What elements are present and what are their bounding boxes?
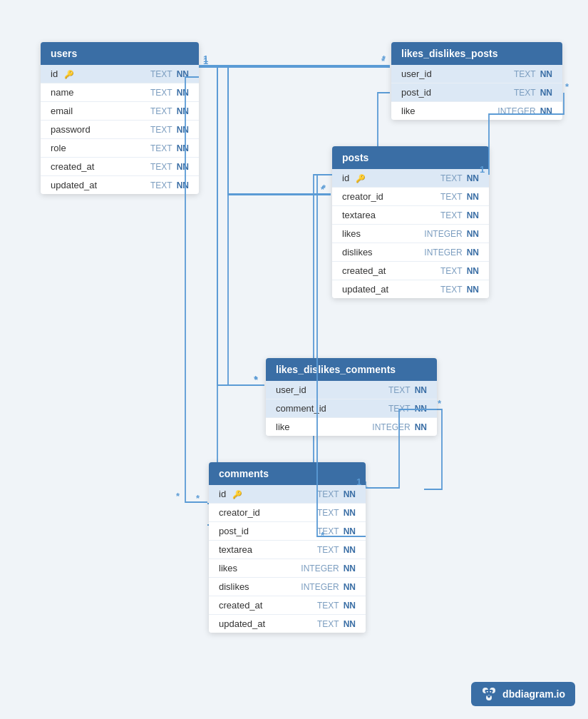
field-nn: NN bbox=[540, 88, 552, 98]
field-type: INTEGER bbox=[372, 422, 410, 432]
table-users: users id 🔑 TEXT NN name TEXT NN email TE… bbox=[41, 42, 199, 194]
table-row: updated_at TEXT NN bbox=[209, 615, 366, 633]
table-row: creator_id TEXT NN bbox=[332, 188, 489, 206]
field-name: name bbox=[51, 87, 150, 98]
table-likes-dislikes-posts-body: user_id TEXT NN post_id TEXT NN like INT… bbox=[391, 65, 562, 120]
table-likes-dislikes-comments-header: likes_dislikes_comments bbox=[266, 358, 437, 381]
field-type: INTEGER bbox=[424, 248, 462, 257]
svg-text:*: * bbox=[254, 374, 258, 384]
svg-text:*: * bbox=[381, 56, 386, 66]
field-nn: NN bbox=[344, 545, 356, 555]
field-type: INTEGER bbox=[301, 582, 339, 592]
field-name: created_at bbox=[342, 265, 440, 276]
svg-text:*: * bbox=[254, 374, 259, 385]
table-posts: posts id 🔑 TEXT NN creator_id TEXT NN te… bbox=[332, 146, 489, 298]
table-row: email TEXT NN bbox=[41, 102, 199, 121]
field-name: password bbox=[51, 124, 150, 135]
field-name: like bbox=[276, 422, 372, 432]
field-nn: NN bbox=[344, 582, 356, 592]
table-posts-title: posts bbox=[342, 152, 368, 163]
field-type: TEXT bbox=[317, 526, 339, 536]
brand-badge: dbdiagram.io bbox=[471, 682, 575, 706]
field-name: textarea bbox=[342, 210, 440, 220]
table-row: dislikes INTEGER NN bbox=[209, 578, 366, 596]
table-row: created_at TEXT NN bbox=[41, 158, 199, 176]
field-nn: NN bbox=[177, 88, 189, 98]
field-type: TEXT bbox=[317, 508, 339, 518]
field-nn: NN bbox=[177, 180, 189, 190]
svg-text:*: * bbox=[438, 398, 442, 409]
svg-text:*: * bbox=[321, 184, 325, 195]
field-name: likes bbox=[219, 563, 301, 573]
field-name: updated_at bbox=[51, 180, 150, 190]
field-type: TEXT bbox=[388, 385, 411, 395]
table-row: post_id TEXT NN bbox=[391, 83, 562, 102]
field-nn: NN bbox=[177, 125, 189, 135]
svg-text:*: * bbox=[322, 183, 326, 193]
field-nn: NN bbox=[467, 266, 479, 276]
field-type: TEXT bbox=[440, 192, 463, 202]
table-row: updated_at TEXT NN bbox=[332, 280, 489, 298]
field-nn: NN bbox=[467, 210, 479, 220]
field-type: TEXT bbox=[440, 173, 463, 183]
table-row: creator_id TEXT NN bbox=[209, 504, 366, 522]
field-nn: NN bbox=[540, 106, 552, 116]
field-nn: NN bbox=[344, 508, 356, 518]
svg-text:*: * bbox=[196, 493, 200, 504]
table-row: likes INTEGER NN bbox=[209, 559, 366, 578]
field-name: textarea bbox=[219, 544, 317, 555]
table-comments-body: id 🔑 TEXT NN creator_id TEXT NN post_id … bbox=[209, 485, 366, 633]
field-name: dislikes bbox=[342, 247, 424, 257]
field-type: INTEGER bbox=[424, 229, 462, 239]
table-row: like INTEGER NN bbox=[391, 102, 562, 120]
table-row: comment_id TEXT NN bbox=[266, 399, 437, 418]
table-row: password TEXT NN bbox=[41, 121, 199, 139]
field-type: TEXT bbox=[150, 88, 172, 98]
table-row: role TEXT NN bbox=[41, 139, 199, 158]
brand-label: dbdiagram.io bbox=[502, 688, 565, 700]
field-type: TEXT bbox=[514, 69, 536, 79]
field-name: user_id bbox=[276, 384, 388, 395]
field-nn: NN bbox=[415, 385, 427, 395]
field-nn: NN bbox=[415, 404, 427, 414]
table-posts-header: posts bbox=[332, 146, 489, 169]
field-type: TEXT bbox=[150, 143, 172, 153]
table-likes-dislikes-posts: likes_dislikes_posts user_id TEXT NN pos… bbox=[391, 42, 562, 120]
table-row: user_id TEXT NN bbox=[266, 381, 437, 399]
field-nn: NN bbox=[467, 248, 479, 257]
field-name: id 🔑 bbox=[342, 173, 440, 183]
table-row: id 🔑 TEXT NN bbox=[332, 169, 489, 188]
field-name: creator_id bbox=[219, 507, 317, 518]
table-likes-dislikes-comments-body: user_id TEXT NN comment_id TEXT NN like … bbox=[266, 381, 437, 436]
field-name: updated_at bbox=[342, 284, 440, 295]
field-type: TEXT bbox=[150, 106, 172, 116]
table-posts-body: id 🔑 TEXT NN creator_id TEXT NN textarea… bbox=[332, 169, 489, 298]
field-type: TEXT bbox=[150, 125, 172, 135]
field-name: like bbox=[401, 106, 497, 116]
table-users-header: users bbox=[41, 42, 199, 65]
field-type: INTEGER bbox=[301, 564, 339, 573]
table-likes-dislikes-posts-header: likes_dislikes_posts bbox=[391, 42, 562, 65]
table-row: likes INTEGER NN bbox=[332, 225, 489, 243]
field-nn: NN bbox=[344, 601, 356, 611]
field-type: TEXT bbox=[150, 180, 172, 190]
field-name: created_at bbox=[51, 161, 150, 172]
table-row: name TEXT NN bbox=[41, 83, 199, 102]
table-row: user_id TEXT NN bbox=[391, 65, 562, 83]
svg-text:*: * bbox=[382, 53, 386, 64]
field-type: TEXT bbox=[440, 210, 463, 220]
table-likes-dislikes-posts-title: likes_dislikes_posts bbox=[401, 48, 497, 59]
svg-text:1: 1 bbox=[203, 53, 208, 64]
field-nn: NN bbox=[467, 192, 479, 202]
field-name: updated_at bbox=[219, 618, 317, 629]
field-type: TEXT bbox=[317, 601, 339, 611]
field-name: creator_id bbox=[342, 191, 440, 202]
field-type: TEXT bbox=[317, 619, 339, 629]
field-type: TEXT bbox=[150, 162, 172, 172]
field-nn: NN bbox=[344, 619, 356, 629]
field-nn: NN bbox=[415, 422, 427, 432]
table-comments-header: comments bbox=[209, 462, 366, 485]
table-row: post_id TEXT NN bbox=[209, 522, 366, 541]
field-nn: NN bbox=[177, 106, 189, 116]
field-nn: NN bbox=[344, 564, 356, 573]
